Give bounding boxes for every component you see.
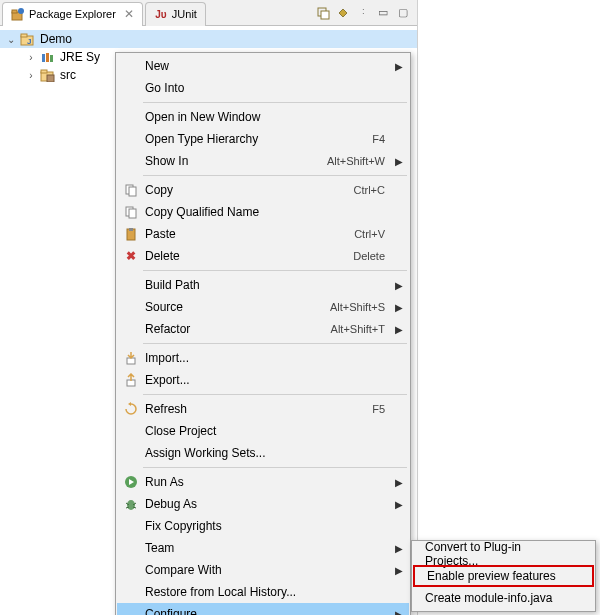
view-toolbar: ∶ ▭ ▢ — [315, 5, 417, 21]
submenu-arrow-icon: ▶ — [395, 543, 403, 554]
submenu-arrow-icon: ▶ — [395, 477, 403, 488]
submenu-arrow-icon: ▶ — [395, 565, 403, 576]
menu-separator — [143, 175, 407, 176]
submenu-arrow-icon: ▶ — [395, 280, 403, 291]
menu-refactor[interactable]: RefactorAlt+Shift+T▶ — [117, 318, 409, 340]
expand-icon[interactable]: ⌄ — [4, 34, 18, 45]
menu-separator — [143, 343, 407, 344]
source-folder-icon — [40, 68, 56, 82]
project-icon: J — [20, 32, 36, 46]
svg-rect-19 — [129, 228, 133, 231]
submenu-arrow-icon: ▶ — [395, 499, 403, 510]
menu-new[interactable]: New▶ — [117, 55, 409, 77]
menu-refresh[interactable]: RefreshF5 — [117, 398, 409, 420]
context-menu: New▶ Go Into Open in New Window Open Typ… — [115, 52, 411, 615]
view-menu-icon[interactable]: ∶ — [355, 5, 371, 21]
menu-delete[interactable]: ✖DeleteDelete — [117, 245, 409, 267]
configure-submenu: Convert to Plug-in Projects... Enable pr… — [411, 540, 596, 612]
menu-open-type-hierarchy[interactable]: Open Type HierarchyF4 — [117, 128, 409, 150]
submenu-arrow-icon: ▶ — [395, 156, 403, 167]
menu-separator — [143, 467, 407, 468]
menu-run-as[interactable]: Run As▶ — [117, 471, 409, 493]
package-explorer-icon — [11, 7, 25, 21]
svg-rect-17 — [129, 209, 136, 218]
copy-icon — [119, 183, 143, 197]
svg-rect-9 — [46, 53, 49, 62]
import-icon — [119, 351, 143, 365]
svg-rect-15 — [129, 187, 136, 196]
svg-rect-4 — [321, 11, 329, 19]
submenu-convert-plugin[interactable]: Convert to Plug-in Projects... — [413, 543, 594, 565]
export-icon — [119, 373, 143, 387]
maximize-icon[interactable]: ▢ — [395, 5, 411, 21]
svg-rect-8 — [42, 54, 45, 62]
menu-separator — [143, 102, 407, 103]
svg-text:J: J — [27, 37, 31, 46]
submenu-arrow-icon: ▶ — [395, 61, 403, 72]
menu-paste[interactable]: PasteCtrl+V — [117, 223, 409, 245]
link-editor-icon[interactable] — [335, 5, 351, 21]
expand-icon[interactable]: › — [24, 70, 38, 81]
refresh-icon — [119, 402, 143, 416]
submenu-arrow-icon: ▶ — [395, 324, 403, 335]
debug-icon — [119, 497, 143, 511]
menu-import[interactable]: Import... — [117, 347, 409, 369]
tab-label: JUnit — [172, 8, 197, 20]
submenu-enable-preview[interactable]: Enable preview features — [413, 565, 594, 587]
svg-point-2 — [18, 8, 24, 14]
tree-label: Demo — [38, 32, 72, 46]
menu-compare-with[interactable]: Compare With▶ — [117, 559, 409, 581]
library-icon — [40, 50, 56, 64]
menu-fix-copyrights[interactable]: Fix Copyrights — [117, 515, 409, 537]
menu-configure[interactable]: Configure▶ — [117, 603, 409, 615]
tree-project-demo[interactable]: ⌄ J Demo — [0, 30, 417, 48]
tree-label: src — [58, 68, 76, 82]
copy-qualified-icon — [119, 205, 143, 219]
menu-open-new-window[interactable]: Open in New Window — [117, 106, 409, 128]
menu-copy[interactable]: CopyCtrl+C — [117, 179, 409, 201]
svg-rect-1 — [12, 10, 17, 13]
expand-icon[interactable]: › — [24, 52, 38, 63]
tab-bar: Package Explorer ✕ Jυ JUnit ∶ ▭ ▢ — [0, 0, 417, 26]
junit-icon: Jυ — [154, 7, 168, 21]
tree-label: JRE Sy — [58, 50, 100, 64]
delete-icon: ✖ — [119, 249, 143, 263]
paste-icon — [119, 227, 143, 241]
svg-rect-13 — [47, 75, 54, 82]
menu-close-project[interactable]: Close Project — [117, 420, 409, 442]
menu-copy-qualified[interactable]: Copy Qualified Name — [117, 201, 409, 223]
svg-rect-10 — [50, 55, 53, 62]
submenu-create-module-info[interactable]: Create module-info.java — [413, 587, 594, 609]
minimize-icon[interactable]: ▭ — [375, 5, 391, 21]
menu-separator — [143, 394, 407, 395]
tab-label: Package Explorer — [29, 8, 116, 20]
submenu-arrow-icon: ▶ — [395, 609, 403, 616]
menu-debug-as[interactable]: Debug As▶ — [117, 493, 409, 515]
run-icon — [119, 475, 143, 489]
menu-team[interactable]: Team▶ — [117, 537, 409, 559]
menu-go-into[interactable]: Go Into — [117, 77, 409, 99]
menu-assign-working-sets[interactable]: Assign Working Sets... — [117, 442, 409, 464]
menu-source[interactable]: SourceAlt+Shift+S▶ — [117, 296, 409, 318]
close-tab-icon[interactable]: ✕ — [124, 7, 134, 21]
submenu-arrow-icon: ▶ — [395, 302, 403, 313]
menu-show-in[interactable]: Show InAlt+Shift+W▶ — [117, 150, 409, 172]
collapse-all-icon[interactable] — [315, 5, 331, 21]
tab-junit[interactable]: Jυ JUnit — [145, 2, 206, 26]
menu-build-path[interactable]: Build Path▶ — [117, 274, 409, 296]
menu-restore-local-history[interactable]: Restore from Local History... — [117, 581, 409, 603]
tab-package-explorer[interactable]: Package Explorer ✕ — [2, 2, 143, 26]
svg-rect-12 — [41, 70, 47, 73]
menu-export[interactable]: Export... — [117, 369, 409, 391]
menu-separator — [143, 270, 407, 271]
